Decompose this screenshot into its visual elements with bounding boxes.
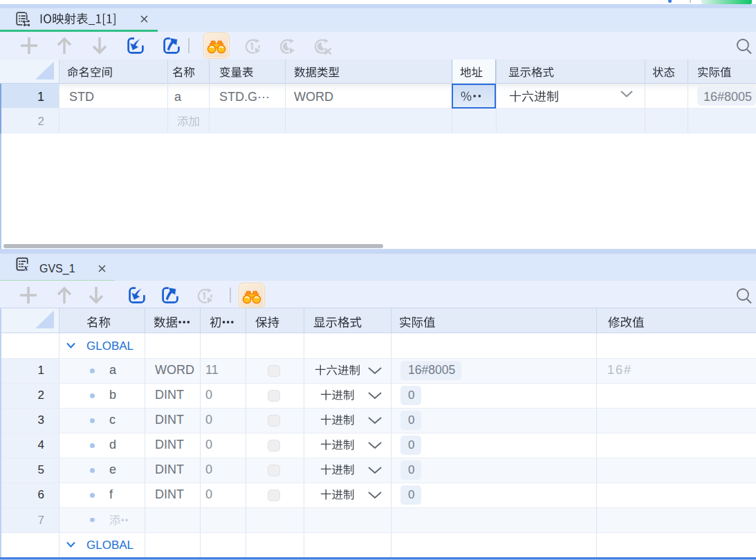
svg-text:x: x (23, 263, 28, 272)
